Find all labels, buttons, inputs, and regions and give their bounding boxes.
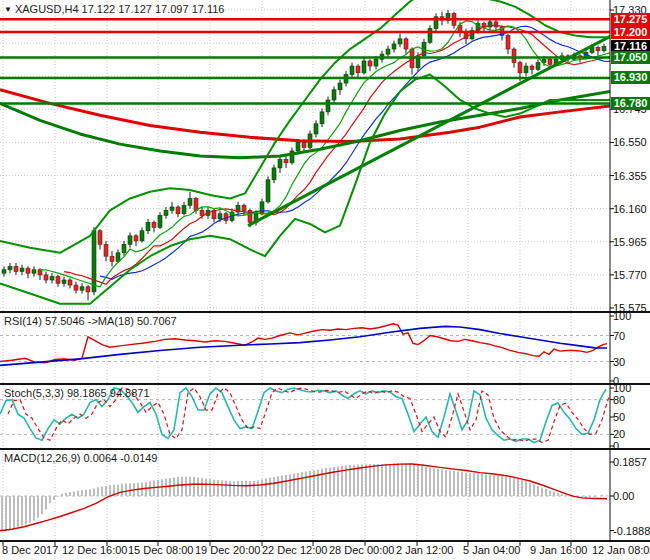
ma-slow-red — [0, 90, 610, 142]
price-axis-tick: 15.770 — [613, 269, 647, 281]
rsi-panel — [0, 324, 610, 366]
trendline — [248, 35, 612, 225]
stoch-indicator-label: Stoch(5,3,3) 98.1865 94.8871 — [4, 387, 150, 399]
price-badge-support: 16.780 — [611, 97, 650, 110]
price-axis-tick: 16.550 — [613, 136, 647, 148]
chart-title-bar: ▼XAGUSD,H4 17.122 17.127 17.097 17.116 — [4, 3, 224, 15]
panel-separator[interactable] — [0, 311, 650, 313]
price-badge-resistance: 17.200 — [611, 26, 650, 39]
time-axis-label: 12 Jan 08:00 — [592, 544, 650, 556]
candlesticks — [2, 10, 606, 300]
price-axis-tick: 16.355 — [613, 170, 647, 182]
chart-canvas[interactable] — [0, 0, 650, 560]
macd-axis-tick: 0.1857 — [613, 456, 647, 468]
chart-window: ▼XAGUSD,H4 17.122 17.127 17.097 17.116 R… — [0, 0, 650, 560]
stoch-axis-tick: 50 — [613, 411, 625, 423]
price-axis-tick: 16.160 — [613, 203, 647, 215]
symbol-dropdown-icon[interactable]: ▼ — [4, 5, 12, 14]
panel-separator[interactable] — [0, 383, 650, 385]
macd-indicator-label: MACD(12,26,9) 0.0064 -0.0149 — [4, 452, 157, 464]
macd-signal — [0, 464, 607, 531]
stoch-axis-tick: 20 — [613, 428, 625, 440]
macd-panel — [0, 463, 610, 530]
time-axis-label: 12 Dec 16:00 — [62, 544, 127, 556]
time-axis-label: 22 Dec 12:00 — [262, 544, 327, 556]
alligator-lines — [40, 21, 628, 287]
rsi-axis-tick: 100 — [613, 310, 631, 322]
support-resistance-lines — [0, 19, 610, 103]
stoch-axis-tick: 100 — [613, 382, 631, 394]
macd-axis-tick: 0.00 — [613, 490, 634, 502]
stoch-axis-tick: 80 — [613, 394, 625, 406]
price-badge-resistance: 17.275 — [611, 13, 650, 26]
chart-title: XAGUSD,H4 17.122 17.127 17.097 17.116 — [15, 3, 225, 15]
rsi-axis-tick: 70 — [613, 330, 625, 342]
price-badge-support: 16.930 — [611, 71, 650, 84]
rsi-axis-tick: 30 — [613, 356, 625, 368]
time-axis-label: 5 Jan 04:00 — [463, 544, 521, 556]
time-axis-label: 19 Dec 20:00 — [195, 544, 260, 556]
time-axis-label: 15 Dec 08:00 — [128, 544, 193, 556]
time-axis-label: 28 Dec 00:00 — [329, 544, 394, 556]
main-horizontal-gridlines — [0, 10, 610, 308]
price-badge-support: 17.050 — [611, 51, 650, 64]
rsi-MA(18) — [0, 326, 607, 365]
time-axis-label: 2 Jan 12:00 — [396, 544, 454, 556]
time-axis-label: 8 Dec 2017 — [2, 544, 58, 556]
panel-frame — [0, 0, 650, 546]
stoch-axis-tick: 0 — [613, 440, 619, 452]
panel-separator[interactable] — [0, 540, 650, 542]
macd-axis-tick: -0.1888 — [613, 525, 650, 537]
panel-separator[interactable] — [0, 448, 650, 450]
time-axis-label: 9 Jan 16:00 — [530, 544, 588, 556]
bollinger-upper — [0, 0, 610, 253]
rsi-indicator-label: RSI(14) 57.5046 ->MA(18) 50.7067 — [4, 315, 177, 327]
price-axis-tick: 15.965 — [613, 236, 647, 248]
